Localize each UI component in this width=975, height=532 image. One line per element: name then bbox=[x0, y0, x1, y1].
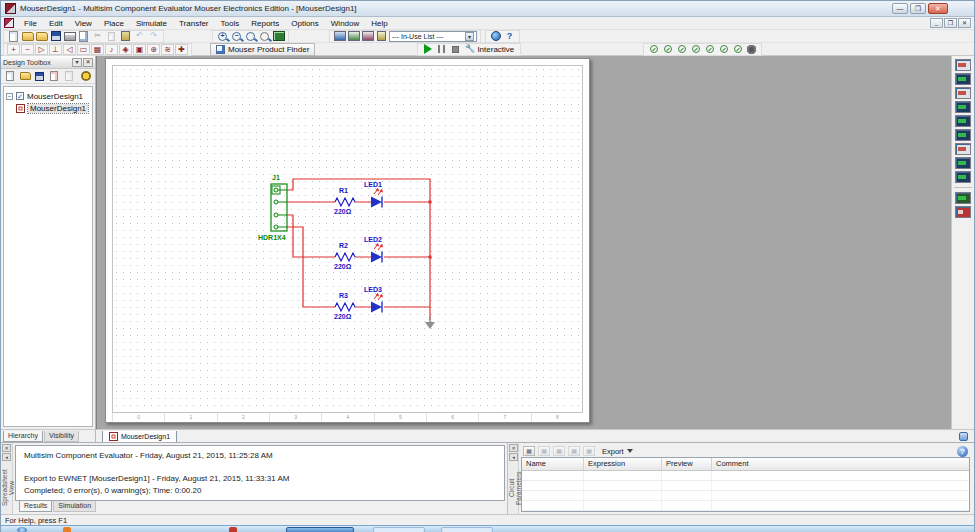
open-icon[interactable] bbox=[21, 31, 34, 42]
word-generator-icon[interactable] bbox=[955, 157, 971, 169]
fullscreen-icon[interactable] bbox=[272, 31, 285, 42]
probe-power-icon[interactable] bbox=[675, 44, 688, 55]
tree-checkbox[interactable]: ✓ bbox=[16, 92, 24, 100]
current-clamp-icon[interactable] bbox=[955, 206, 971, 218]
interactive-button[interactable]: Interactive bbox=[477, 45, 517, 54]
stop-icon[interactable] bbox=[449, 44, 462, 55]
undo-icon[interactable]: ↶ bbox=[133, 31, 146, 42]
resistor-r3[interactable]: R3 220Ω bbox=[334, 292, 355, 320]
tab-results[interactable]: Results bbox=[19, 501, 52, 512]
interactive-wrench-icon[interactable]: 🔧 bbox=[463, 44, 476, 55]
connector-j1[interactable]: J1 HDR1X4 bbox=[258, 174, 287, 241]
zoom-in-icon[interactable]: + bbox=[216, 31, 229, 42]
menu-place[interactable]: Place bbox=[98, 18, 130, 29]
place-electromechanical-icon[interactable]: ✚ bbox=[175, 44, 188, 55]
menu-file[interactable]: File bbox=[18, 18, 43, 29]
resistor-r1[interactable]: R1 220Ω bbox=[334, 187, 355, 215]
web-icon[interactable] bbox=[489, 31, 502, 42]
wire-end-arrow-icon[interactable] bbox=[425, 317, 435, 329]
menu-tools[interactable]: Tools bbox=[215, 18, 246, 29]
refresh-icon[interactable]: ▦ bbox=[583, 446, 595, 456]
close-button[interactable]: ✕ bbox=[928, 3, 948, 14]
taskbar-app-button[interactable] bbox=[373, 527, 425, 532]
menu-view[interactable]: View bbox=[69, 18, 98, 29]
schematic-canvas[interactable]: 0 1 2 3 4 5 6 7 8 bbox=[96, 56, 953, 429]
place-rf-icon[interactable]: ≋ bbox=[161, 44, 174, 55]
delete-parameter-icon[interactable]: ▦ bbox=[538, 446, 550, 456]
panel-close-icon[interactable]: ✕ bbox=[83, 58, 93, 67]
taskbar-app-icon[interactable] bbox=[63, 527, 71, 532]
wires[interactable] bbox=[287, 179, 430, 320]
start-orb-icon[interactable] bbox=[17, 527, 27, 532]
menu-edit[interactable]: Edit bbox=[43, 18, 69, 29]
restore-button[interactable]: ❐ bbox=[910, 3, 926, 14]
probe-diff-icon[interactable] bbox=[689, 44, 702, 55]
panel-pin-icon[interactable]: ▾ bbox=[72, 58, 82, 67]
zoom-out-icon[interactable]: − bbox=[230, 31, 243, 42]
minimize-button[interactable]: — bbox=[892, 3, 908, 14]
parameters-help-icon[interactable]: ? bbox=[957, 446, 968, 457]
hierarchy-icon[interactable] bbox=[375, 31, 388, 42]
place-ttl-icon[interactable]: ▭ bbox=[77, 44, 90, 55]
multimeter-icon[interactable] bbox=[955, 59, 971, 71]
column-name[interactable]: Name bbox=[522, 458, 584, 470]
frequency-counter-icon[interactable] bbox=[955, 143, 971, 155]
place-source-icon[interactable]: + bbox=[7, 44, 20, 55]
parameters-table[interactable]: Name Expression Preview Comment bbox=[521, 457, 970, 512]
led3[interactable]: LED3 bbox=[364, 286, 383, 313]
dock-expand-icon[interactable]: ◂ bbox=[2, 453, 11, 461]
menu-options[interactable]: Options bbox=[285, 18, 325, 29]
schematic-sheet[interactable]: 0 1 2 3 4 5 6 7 8 bbox=[105, 58, 590, 423]
breadboard-view-icon[interactable] bbox=[333, 31, 346, 42]
dock-close-icon[interactable]: ✕ bbox=[509, 444, 518, 452]
bode-plotter-icon[interactable] bbox=[955, 129, 971, 141]
child-window-icon[interactable] bbox=[4, 18, 14, 28]
probe-voltage-icon[interactable] bbox=[647, 44, 660, 55]
place-misc-digital-icon[interactable]: ♪ bbox=[105, 44, 118, 55]
place-mixed-icon[interactable]: ◈ bbox=[119, 44, 132, 55]
paste-icon[interactable] bbox=[119, 31, 132, 42]
tab-visibility[interactable]: Visibility bbox=[44, 431, 79, 442]
taskbar-app-button[interactable] bbox=[441, 527, 493, 532]
save-icon[interactable] bbox=[49, 31, 62, 42]
new-icon[interactable] bbox=[7, 31, 20, 42]
results-messages[interactable]: Multisim Component Evaluator - Friday, A… bbox=[15, 445, 505, 501]
column-comment[interactable]: Comment bbox=[712, 458, 969, 470]
place-indicator-icon[interactable]: ▣ bbox=[133, 44, 146, 55]
copy-icon[interactable] bbox=[105, 31, 118, 42]
toolbox-options-icon[interactable] bbox=[79, 71, 92, 82]
place-diode-icon[interactable]: ▷ bbox=[35, 44, 48, 55]
dock-close-icon[interactable]: ✕ bbox=[2, 444, 11, 452]
menu-transfer[interactable]: Transfer bbox=[173, 18, 215, 29]
toolbox-save-icon[interactable] bbox=[33, 71, 46, 82]
probe-vi-icon[interactable] bbox=[703, 44, 716, 55]
grapher-icon[interactable] bbox=[361, 31, 374, 42]
print-preview-icon[interactable] bbox=[77, 31, 90, 42]
probe-ref-icon[interactable] bbox=[717, 44, 730, 55]
spreadsheet-view-icon[interactable] bbox=[347, 31, 360, 42]
four-channel-oscilloscope-icon[interactable] bbox=[955, 115, 971, 127]
move-down-icon[interactable]: ▦ bbox=[568, 446, 580, 456]
mouser-product-finder-button[interactable]: Mouser Product Finder bbox=[210, 43, 315, 56]
toolbox-open-icon[interactable] bbox=[19, 71, 32, 82]
column-expression[interactable]: Expression bbox=[584, 458, 662, 470]
print-icon[interactable] bbox=[63, 31, 76, 42]
tree-child-label[interactable]: MouserDesign1 bbox=[28, 104, 88, 113]
tree-child-row[interactable]: MouserDesign1 bbox=[16, 102, 90, 114]
tab-scroll-icon[interactable] bbox=[959, 432, 968, 441]
tree-expander-icon[interactable]: − bbox=[6, 93, 13, 100]
redo-icon[interactable]: ↷ bbox=[147, 31, 160, 42]
place-misc-icon[interactable]: ⊕ bbox=[147, 44, 160, 55]
toolbox-close-icon[interactable] bbox=[48, 71, 61, 82]
help-icon[interactable]: ? bbox=[503, 31, 516, 42]
column-preview[interactable]: Preview bbox=[662, 458, 712, 470]
iv-analyzer-icon[interactable] bbox=[955, 192, 971, 204]
dock-expand-icon[interactable]: ◂ bbox=[509, 453, 518, 461]
menu-help[interactable]: Help bbox=[365, 18, 393, 29]
zoom-fit-icon[interactable] bbox=[258, 31, 271, 42]
dropdown-arrow-icon[interactable]: ▾ bbox=[465, 32, 474, 41]
move-up-icon[interactable]: ▦ bbox=[553, 446, 565, 456]
place-basic-icon[interactable]: ~ bbox=[21, 44, 34, 55]
probe-digital-icon[interactable] bbox=[731, 44, 744, 55]
in-use-list-dropdown[interactable]: --- In-Use List --- ▾ bbox=[389, 31, 477, 42]
